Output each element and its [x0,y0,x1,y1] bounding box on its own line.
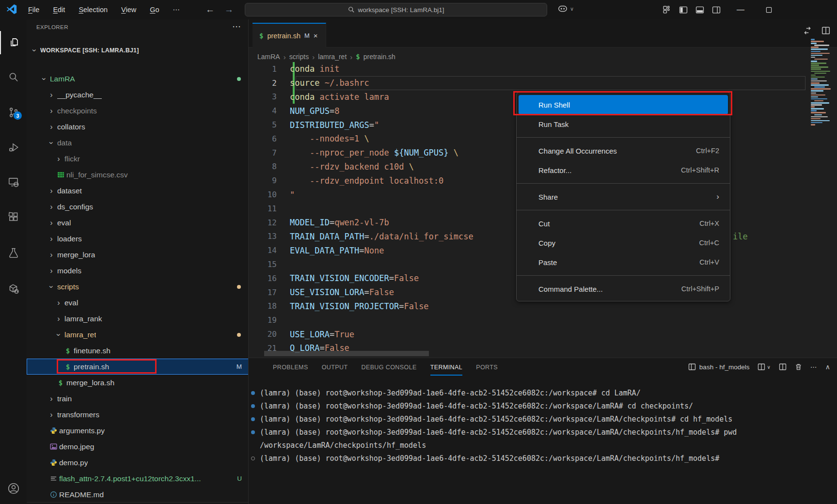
package-explorer-icon[interactable] [0,277,27,300]
tree-item-ds-configs[interactable]: ›ds_configs [27,199,249,215]
run-debug-icon[interactable] [0,136,27,159]
split-terminal-icon[interactable]: ∨ [758,363,770,371]
command-decoration-filled[interactable] [251,417,255,421]
chevron-down-icon: › [47,283,55,291]
command-decoration-filled[interactable] [251,391,255,395]
tab-pretrain-sh[interactable]: $ pretrain.sh M × [253,23,326,47]
tree-item-transformers[interactable]: ›transformers [27,407,249,423]
tree-item-finetune-sh[interactable]: $finetune.sh [27,343,249,359]
chevron-down-icon: › [55,331,63,339]
tree-item-eval[interactable]: ›eval [27,295,249,311]
menu-item-command-palette[interactable]: Command Palette...Ctrl+Shift+P [517,279,730,299]
customize-layout-icon[interactable] [663,6,671,14]
panel-tab-debug-console[interactable]: DEBUG CONSOLE [361,364,416,376]
maximize-icon[interactable] [766,7,772,13]
settings-gear-icon[interactable]: ⚙ [0,500,27,504]
menu-go[interactable]: Go [144,4,165,16]
menu-item-label: Copy [538,239,555,247]
more-actions-icon[interactable]: ⋯ [232,21,241,32]
testing-icon[interactable] [0,241,27,265]
panel-tab-terminal[interactable]: TERMINAL [430,364,462,376]
menu-edit[interactable]: Edit [47,4,71,16]
tree-item-lamra-rank[interactable]: ›lamra_rank [27,311,249,327]
terminal-line: (lamra) (base) root@workshop-3ed099ad-1a… [249,399,837,412]
menu-file[interactable]: File [22,4,45,16]
tree-item-train[interactable]: ›train [27,391,249,407]
split-pane-icon[interactable] [779,363,787,371]
tree-item-arguments-py[interactable]: arguments.py [27,423,249,439]
tree-item-flickr[interactable]: ›flickr [27,151,249,167]
tree-item-data[interactable]: ›data [27,135,249,151]
menu-item-label: Share [538,193,558,201]
breadcrumb-item-lamra[interactable]: LamRA [257,53,280,61]
extensions-icon[interactable] [0,205,27,229]
terminal-output[interactable]: (lamra) (base) root@workshop-3ed099ad-1a… [249,386,837,504]
menu-⋯[interactable]: ⋯ [167,4,186,16]
tree-item-models[interactable]: ›models [27,263,249,279]
menu-item-copy[interactable]: CopyCtrl+C [517,233,730,252]
tree-item-nli-for-simcse-csv[interactable]: nli_for_simcse.csv [27,167,249,183]
menu-item-run-task[interactable]: Run Task [517,114,730,134]
source-control-icon[interactable]: 3 [0,101,27,124]
menu-item-paste[interactable]: PasteCtrl+V [517,252,730,272]
trash-icon[interactable] [795,363,802,371]
panel-tab-ports[interactable]: PORTS [476,364,498,376]
terminal-session[interactable]: bash - hf_models [688,363,750,371]
command-decoration-hollow[interactable] [251,457,255,460]
menu-shortcut: Ctrl+C [699,239,720,247]
remote-explorer-icon[interactable] [0,171,27,194]
menu-selection[interactable]: Selection [73,4,113,16]
tree-item--pycache-[interactable]: ›__pycache__ [27,87,249,103]
tree-item-pretrain-sh[interactable]: $pretrain.shM [27,359,249,375]
tree-item-loaders[interactable]: ›loaders [27,231,249,247]
command-decoration-filled[interactable] [251,404,255,408]
code-line-20: 20USE_LORA=True [249,327,837,341]
tree-item-demo-jpeg[interactable]: demo.jpeg [27,439,249,455]
tree-item-dataset[interactable]: ›dataset [27,183,249,199]
copilot-menu[interactable]: ∨ [557,4,574,14]
tree-item-checkpoints[interactable]: ›checkpoints [27,103,249,119]
more-actions-icon[interactable]: ⋯ [810,363,817,371]
chevron-right-icon: › [47,123,55,131]
menu-view[interactable]: View [115,4,142,16]
breadcrumb-item-scripts[interactable]: scripts [289,53,309,61]
panel-tab-output[interactable]: OUTPUT [322,364,348,376]
breadcrumb-item-lamra_ret[interactable]: lamra_ret [318,53,347,61]
menu-item-share[interactable]: Share› [517,187,730,206]
command-center[interactable]: workspace [SSH: LamRA.bj1] [245,3,547,16]
breadcrumb-item-pretrain.sh[interactable]: pretrain.sh [363,53,395,61]
tree-item-lamra[interactable]: ›LamRA [27,71,249,87]
tree-item-lamra-ret[interactable]: ›lamra_ret [27,327,249,343]
tree-item-label: scripts [57,283,79,291]
tree-item-readme-md[interactable]: README.md [27,487,249,503]
tree-item-demo-py[interactable]: demo.py [27,455,249,471]
outline-section-header[interactable]: › OUTLINE [27,502,248,504]
menu-item-change-all-occurrences[interactable]: Change All OccurrencesCtrl+F2 [517,141,730,160]
tree-item-collators[interactable]: ›collators [27,119,249,135]
menu-item-refactor[interactable]: Refactor...Ctrl+Shift+R [517,160,730,180]
tree-item-eval[interactable]: ›eval [27,215,249,231]
close-icon[interactable]: × [314,32,318,40]
workspace-section-header[interactable]: › WORKSPACE [SSH: LAMRA.BJ1] [27,45,248,56]
maximize-panel-icon[interactable]: ∧ [825,363,830,371]
compare-changes-icon[interactable] [803,26,812,35]
toggle-secondary-sidebar-icon[interactable] [712,6,721,14]
toggle-panel-icon[interactable] [695,6,704,14]
search-icon[interactable] [0,66,27,89]
forward-arrow-icon[interactable]: → [224,4,234,15]
minimize-icon[interactable]: — [737,5,744,14]
horizontal-scrollbar[interactable] [264,351,429,356]
tree-item-merge-lora-sh[interactable]: $merge_lora.sh [27,375,249,391]
minimap[interactable] [809,39,837,165]
tree-item-scripts[interactable]: ›scripts [27,279,249,295]
split-editor-icon[interactable] [821,26,830,35]
menu-item-cut[interactable]: CutCtrl+X [517,214,730,233]
toggle-primary-sidebar-icon[interactable] [679,6,688,14]
explorer-icon[interactable] [0,31,27,54]
panel-tab-problems[interactable]: PROBLEMS [273,364,308,376]
command-decoration-filled[interactable] [251,430,255,434]
account-icon[interactable] [0,477,27,500]
back-arrow-icon[interactable]: ← [205,4,215,15]
tree-item-merge-lora[interactable]: ›merge_lora [27,247,249,263]
tree-item-flash-attn-2-7-4-post1-cu12torch2-3cxx1-[interactable]: flash_attn-2.7.4.post1+cu12torch2.3cxx1.… [27,471,249,487]
